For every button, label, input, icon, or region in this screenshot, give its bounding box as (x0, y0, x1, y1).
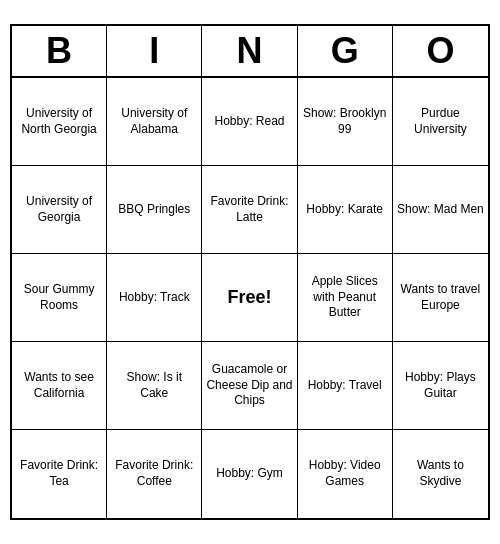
bingo-cell-11: Hobby: Track (107, 254, 202, 342)
bingo-cell-0: University of North Georgia (12, 78, 107, 166)
bingo-cell-9: Show: Mad Men (393, 166, 488, 254)
bingo-cell-23: Hobby: Video Games (298, 430, 393, 518)
bingo-cell-4: Purdue University (393, 78, 488, 166)
bingo-cell-22: Hobby: Gym (202, 430, 297, 518)
bingo-cell-5: University of Georgia (12, 166, 107, 254)
bingo-cell-18: Hobby: Travel (298, 342, 393, 430)
bingo-cell-24: Wants to Skydive (393, 430, 488, 518)
bingo-cell-10: Sour Gummy Rooms (12, 254, 107, 342)
header-g: G (298, 26, 393, 76)
bingo-cell-3: Show: Brooklyn 99 (298, 78, 393, 166)
bingo-grid: University of North GeorgiaUniversity of… (12, 78, 488, 518)
bingo-cell-14: Wants to travel Europe (393, 254, 488, 342)
bingo-cell-13: Apple Slices with Peanut Butter (298, 254, 393, 342)
bingo-header: B I N G O (12, 26, 488, 78)
bingo-cell-17: Guacamole or Cheese Dip and Chips (202, 342, 297, 430)
bingo-cell-15: Wants to see California (12, 342, 107, 430)
bingo-cell-2: Hobby: Read (202, 78, 297, 166)
bingo-cell-7: Favorite Drink: Latte (202, 166, 297, 254)
bingo-cell-16: Show: Is it Cake (107, 342, 202, 430)
bingo-cell-1: University of Alabama (107, 78, 202, 166)
bingo-cell-6: BBQ Pringles (107, 166, 202, 254)
bingo-cell-20: Favorite Drink: Tea (12, 430, 107, 518)
header-o: O (393, 26, 488, 76)
bingo-cell-8: Hobby: Karate (298, 166, 393, 254)
bingo-cell-12: Free! (202, 254, 297, 342)
header-n: N (202, 26, 297, 76)
header-i: I (107, 26, 202, 76)
bingo-card: B I N G O University of North GeorgiaUni… (10, 24, 490, 520)
bingo-cell-21: Favorite Drink: Coffee (107, 430, 202, 518)
bingo-cell-19: Hobby: Plays Guitar (393, 342, 488, 430)
header-b: B (12, 26, 107, 76)
